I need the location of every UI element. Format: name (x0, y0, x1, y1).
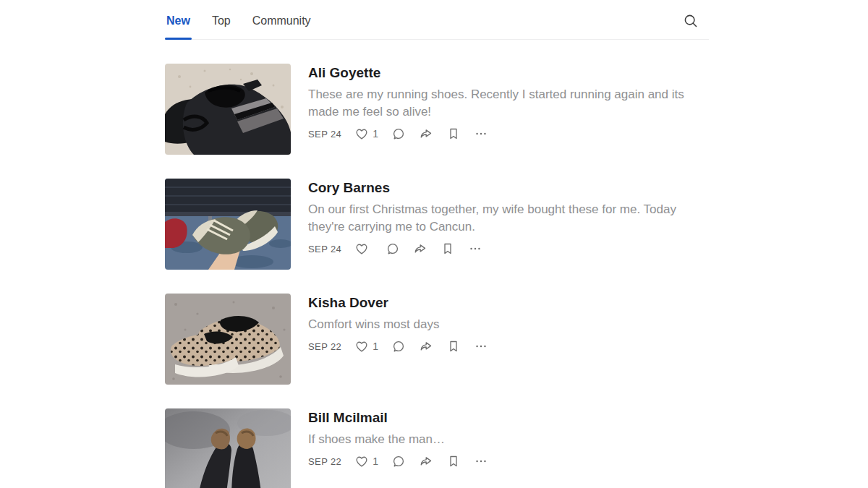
bookmark-button[interactable] (446, 339, 461, 354)
tab-bar: New Top Community (165, 0, 709, 40)
like-button[interactable]: 1 (354, 339, 378, 354)
share-arrow-icon (419, 339, 433, 354)
like-count: 1 (373, 454, 378, 468)
leopard-slip-ons-photo (165, 294, 291, 385)
post-body: Comfort wins most days (308, 316, 709, 333)
tab-new[interactable]: New (165, 14, 192, 39)
bookmark-icon (446, 339, 461, 354)
bookmark-icon (446, 454, 461, 468)
post-actions: SEP 22 1 (308, 339, 709, 354)
comment-bubble-icon (391, 339, 406, 354)
post-card: Bill Mcilmail If shoes make the man… SEP… (165, 408, 709, 488)
tab-top[interactable]: Top (210, 14, 232, 39)
post-author[interactable]: Kisha Dover (308, 294, 709, 312)
post-actions: SEP 24 (308, 241, 709, 256)
search-button[interactable] (683, 13, 709, 39)
comment-bubble-icon (391, 127, 406, 141)
post-card: Ali Goyette These are my running shoes. … (165, 64, 709, 155)
post-thumbnail-running-shoes[interactable] (165, 64, 291, 155)
heart-icon (354, 241, 369, 256)
more-button[interactable] (474, 454, 488, 468)
bookmark-button[interactable] (446, 454, 461, 468)
comment-button[interactable] (391, 127, 406, 141)
post-content: Ali Goyette These are my running shoes. … (308, 64, 709, 155)
bookmark-button[interactable] (446, 127, 461, 141)
tab-community[interactable]: Community (251, 14, 312, 39)
feed-tabs: New Top Community (165, 14, 312, 39)
more-button[interactable] (474, 127, 488, 141)
share-arrow-icon (419, 127, 433, 141)
ellipsis-icon (468, 241, 482, 256)
comment-button[interactable] (391, 339, 406, 354)
brown-shoes-photo (165, 408, 291, 488)
like-count: 1 (373, 339, 378, 354)
like-button[interactable] (354, 241, 373, 256)
bookmark-button[interactable] (441, 241, 455, 256)
comment-bubble-icon (391, 454, 406, 468)
share-arrow-icon (419, 454, 433, 468)
share-button[interactable] (413, 241, 427, 256)
post-feed: Ali Goyette These are my running shoes. … (165, 40, 709, 488)
post-body: These are my running shoes. Recently I s… (308, 86, 709, 121)
share-button[interactable] (419, 339, 433, 354)
post-author[interactable]: Ali Goyette (308, 64, 709, 82)
share-arrow-icon (413, 241, 427, 256)
post-actions: SEP 24 1 (308, 127, 709, 141)
more-button[interactable] (474, 339, 488, 354)
like-count: 1 (373, 127, 378, 141)
black-running-shoes-photo (165, 64, 291, 155)
heart-icon (354, 127, 369, 141)
share-button[interactable] (419, 454, 433, 468)
post-body: If shoes make the man… (308, 431, 709, 448)
post-body: On our first Christmas together, my wife… (308, 201, 709, 236)
post-thumbnail-airport-sneakers[interactable] (165, 179, 291, 270)
more-button[interactable] (468, 241, 482, 256)
feed-page: New Top Community (0, 0, 868, 488)
post-date: SEP 24 (308, 244, 341, 254)
post-thumbnail-brown-shoes[interactable] (165, 408, 291, 488)
post-content: Cory Barnes On our first Christmas toget… (308, 179, 709, 270)
post-content: Kisha Dover Comfort wins most days SEP 2… (308, 294, 709, 385)
post-thumbnail-leopard-slip-ons[interactable] (165, 294, 291, 385)
ellipsis-icon (474, 339, 488, 354)
comment-button[interactable] (391, 454, 406, 468)
ellipsis-icon (474, 454, 488, 468)
airport-sneakers-photo (165, 179, 291, 270)
post-date: SEP 22 (308, 456, 341, 467)
post-author[interactable]: Bill Mcilmail (308, 409, 709, 427)
heart-icon (354, 339, 369, 354)
post-date: SEP 24 (308, 129, 341, 140)
bookmark-icon (441, 241, 455, 256)
post-card: Kisha Dover Comfort wins most days SEP 2… (165, 294, 709, 385)
comment-bubble-icon (386, 241, 400, 256)
bookmark-icon (446, 127, 461, 141)
post-card: Cory Barnes On our first Christmas toget… (165, 179, 709, 270)
ellipsis-icon (474, 127, 488, 141)
heart-icon (354, 454, 369, 468)
like-button[interactable]: 1 (354, 127, 378, 141)
like-button[interactable]: 1 (354, 454, 378, 468)
comment-button[interactable] (386, 241, 400, 256)
feed-container: New Top Community (165, 0, 709, 488)
post-content: Bill Mcilmail If shoes make the man… SEP… (308, 408, 709, 488)
post-author[interactable]: Cory Barnes (308, 179, 709, 197)
post-actions: SEP 22 1 (308, 454, 709, 468)
share-button[interactable] (419, 127, 433, 141)
search-icon (683, 13, 699, 29)
post-date: SEP 22 (308, 341, 341, 352)
